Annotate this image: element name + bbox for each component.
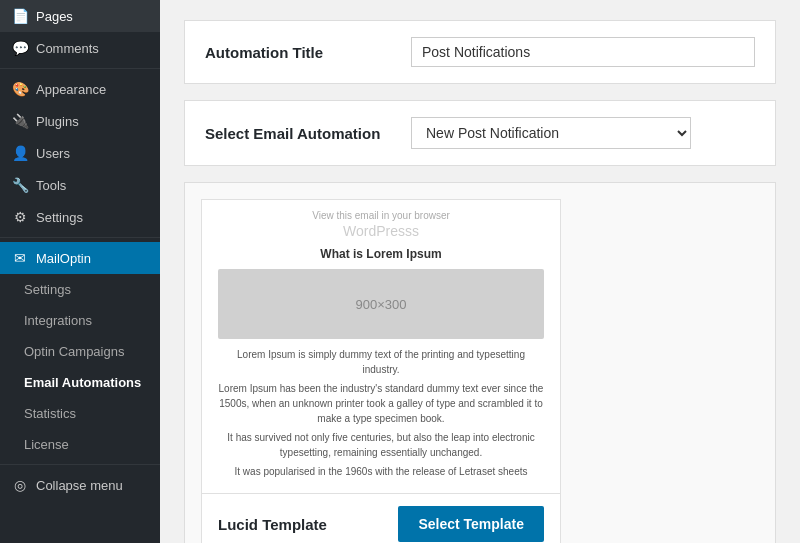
comments-icon: 💬 — [12, 40, 28, 56]
sidebar-divider-3 — [0, 464, 160, 465]
template-footer: Lucid Template Select Template — [202, 493, 560, 543]
template-body-1: Lorem Ipsum is simply dummy text of the … — [218, 347, 544, 377]
pages-icon: 📄 — [12, 8, 28, 24]
mo-license-label: License — [24, 437, 69, 452]
settings-icon: ⚙ — [12, 209, 28, 225]
template-view-link: View this email in your browser — [218, 210, 544, 221]
sidebar-item-mo-optin[interactable]: Optin Campaigns — [0, 336, 160, 367]
sidebar-divider-1 — [0, 68, 160, 69]
sidebar: 📄 Pages 💬 Comments 🎨 Appearance 🔌 Plugin… — [0, 0, 160, 543]
sidebar-divider-2 — [0, 237, 160, 238]
template-section: View this email in your browser WordPres… — [184, 182, 776, 543]
sidebar-item-appearance[interactable]: 🎨 Appearance — [0, 73, 160, 105]
template-card: View this email in your browser WordPres… — [201, 199, 561, 543]
sidebar-label-plugins: Plugins — [36, 114, 79, 129]
sidebar-label-users: Users — [36, 146, 70, 161]
automation-title-input[interactable] — [411, 37, 755, 67]
sidebar-item-pages[interactable]: 📄 Pages — [0, 0, 160, 32]
sidebar-item-plugins[interactable]: 🔌 Plugins — [0, 105, 160, 137]
sidebar-label-comments: Comments — [36, 41, 99, 56]
mo-email-label: Email Automations — [24, 375, 141, 390]
template-body-3: It has survived not only five centuries,… — [218, 430, 544, 460]
mo-optin-label: Optin Campaigns — [24, 344, 124, 359]
template-brand: WordPresss — [218, 223, 544, 239]
plugins-icon: 🔌 — [12, 113, 28, 129]
sidebar-item-mo-integrations[interactable]: Integrations — [0, 305, 160, 336]
template-image-placeholder: 900×300 — [218, 269, 544, 339]
template-body-2: Lorem Ipsum has been the industry's stan… — [218, 381, 544, 426]
sidebar-submenu-mailoptin: Settings Integrations Optin Campaigns Em… — [0, 274, 160, 460]
appearance-icon: 🎨 — [12, 81, 28, 97]
mailoptin-icon: ✉ — [12, 250, 28, 266]
collapse-icon: ◎ — [12, 477, 28, 493]
sidebar-item-mo-settings[interactable]: Settings — [0, 274, 160, 305]
sidebar-item-users[interactable]: 👤 Users — [0, 137, 160, 169]
automation-title-row: Automation Title — [184, 20, 776, 84]
select-email-row: Select Email Automation New Post Notific… — [184, 100, 776, 166]
sidebar-label-mailoptin: MailOptin — [36, 251, 91, 266]
users-icon: 👤 — [12, 145, 28, 161]
sidebar-label-settings: Settings — [36, 210, 83, 225]
mo-settings-label: Settings — [24, 282, 71, 297]
automation-title-label: Automation Title — [205, 44, 395, 61]
select-template-button[interactable]: Select Template — [398, 506, 544, 542]
sidebar-item-mailoptin[interactable]: ✉ MailOptin — [0, 242, 160, 274]
template-preview: View this email in your browser WordPres… — [202, 200, 560, 493]
mo-stats-label: Statistics — [24, 406, 76, 421]
sidebar-collapse-menu[interactable]: ◎ Collapse menu — [0, 469, 160, 501]
sidebar-label-appearance: Appearance — [36, 82, 106, 97]
main-content: Automation Title Select Email Automation… — [160, 0, 800, 543]
tools-icon: 🔧 — [12, 177, 28, 193]
select-email-label: Select Email Automation — [205, 125, 395, 142]
sidebar-item-tools[interactable]: 🔧 Tools — [0, 169, 160, 201]
template-post-title: What is Lorem Ipsum — [218, 247, 544, 261]
template-name: Lucid Template — [218, 516, 327, 533]
sidebar-label-tools: Tools — [36, 178, 66, 193]
collapse-label: Collapse menu — [36, 478, 123, 493]
select-email-dropdown[interactable]: New Post Notification Custom Notificatio… — [411, 117, 691, 149]
template-body-4: It was popularised in the 1960s with the… — [218, 464, 544, 479]
sidebar-item-mo-email[interactable]: Email Automations — [0, 367, 160, 398]
mo-integrations-label: Integrations — [24, 313, 92, 328]
sidebar-label-pages: Pages — [36, 9, 73, 24]
sidebar-item-comments[interactable]: 💬 Comments — [0, 32, 160, 64]
sidebar-item-mo-license[interactable]: License — [0, 429, 160, 460]
sidebar-item-mo-stats[interactable]: Statistics — [0, 398, 160, 429]
sidebar-item-settings[interactable]: ⚙ Settings — [0, 201, 160, 233]
